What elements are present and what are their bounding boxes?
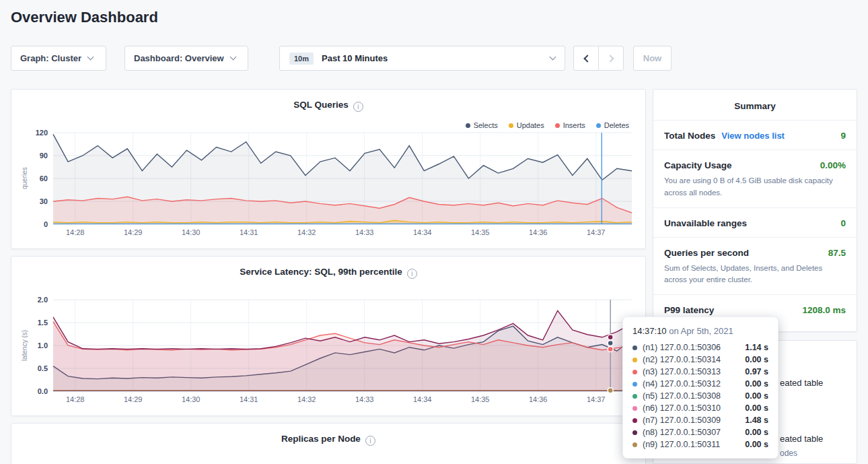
legend-item[interactable]: Updates [509,121,544,129]
chart-title-row: Replicas per Nodei [11,434,645,446]
y-tick-label: 2.0 [11,296,48,304]
node-address-label: (n1) 127.0.0.1:50306 [643,343,745,352]
x-tick-label: 14:30 [182,395,201,403]
graph-selector-dropdown[interactable]: Graph: Cluster [11,46,106,71]
tooltip-date: on Apr 5th, 2021 [669,326,733,336]
tooltip-row: (n4) 127.0.0.1:503120.00 s [632,378,768,390]
page-title: Overview Dashboard [11,9,158,26]
chevron-left-icon [583,55,591,62]
tooltip-row: (n9) 127.0.0.1:503110.00 s [632,438,768,451]
series-color-dot [632,382,637,387]
legend-color-dot [555,123,560,128]
event-item-text: eated table [780,378,823,388]
series-color-dot [632,394,637,399]
series-color-dot [632,442,637,447]
x-tick-label: 14:30 [182,228,201,236]
node-address-label: (n2) 127.0.0.1:50314 [643,355,745,364]
legend-item[interactable]: Selects [466,121,498,129]
summary-label: Unavailable ranges [664,218,747,228]
summary-value: 1208.0 ms [802,305,846,315]
series-color-dot [632,418,637,423]
legend-item[interactable]: Deletes [596,121,629,129]
event-item-text: odes [780,449,797,458]
x-tick-label: 14:36 [529,395,548,403]
chevron-right-icon [606,55,614,62]
x-tick-label: 14:35 [471,395,490,403]
summary-value: 9 [840,131,846,141]
info-icon[interactable]: i [353,102,363,112]
info-icon[interactable]: i [365,436,375,446]
y-tick-label: 90 [11,152,48,160]
chart-title: Replicas per Node [281,434,361,444]
tooltip-row: (n7) 127.0.0.1:503091.48 s [632,414,768,426]
x-tick-label: 14:34 [413,228,432,236]
series-color-dot [632,406,637,411]
summary-label: Queries per second [664,248,749,258]
legend-item[interactable]: Inserts [555,121,585,129]
view-nodes-list-link[interactable]: View nodes list [721,131,785,141]
node-latency-value: 0.00 s [745,379,768,389]
x-tick-label: 14:37 [587,228,606,236]
summary-row: Queries per second87.5Sum of Selects, Up… [653,237,857,295]
y-tick-label: 1.5 [11,319,48,327]
x-tick-label: 14:28 [66,228,85,236]
node-address-label: (n6) 127.0.0.1:50310 [643,403,745,413]
tooltip-row: (n5) 127.0.0.1:503080.00 s [632,390,768,402]
chart-title: SQL Queries [293,100,349,110]
x-tick-label: 14:29 [124,395,143,403]
y-tick-label: 0.0 [11,387,48,395]
node-address-label: (n4) 127.0.0.1:50312 [643,379,745,389]
chart-title-row: SQL Queriesi [11,100,645,112]
node-latency-value: 0.00 s [745,403,768,413]
summary-value: 0.00% [820,160,846,170]
y-tick-label: 1.0 [11,341,48,350]
node-latency-value: 0.00 s [745,391,768,401]
node-latency-value: 0.00 s [745,428,768,437]
now-button[interactable]: Now [633,46,672,71]
summary-row: Capacity Usage0.00%You are using 0 B of … [653,150,857,207]
node-latency-value: 0.97 s [745,367,768,376]
x-tick-label: 14:34 [413,395,432,403]
node-latency-value: 0.00 s [745,440,768,449]
chart-plot[interactable] [53,300,632,391]
tooltip-rows: (n1) 127.0.0.1:503061.14 s(n2) 127.0.0.1… [632,341,768,451]
chart-title-row: Service Latency: SQL, 99th percentilei [11,267,645,279]
x-tick-label: 14:33 [355,228,374,236]
chart-hover-tooltip: 14:37:10 on Apr 5th, 2021 (n1) 127.0.0.1… [622,317,779,459]
tooltip-row: (n1) 127.0.0.1:503061.14 s [632,341,768,354]
x-tick-label: 14:32 [297,395,316,403]
y-tick-label: 30 [11,197,48,205]
summary-row: Total NodesView nodes list9 [653,120,857,150]
summary-description: You are using 0 B of 4.5 GiB usable disk… [664,175,846,199]
node-address-label: (n9) 127.0.0.1:50311 [643,440,745,449]
legend-label: Selects [474,121,498,129]
y-tick-label: 0.5 [11,364,48,372]
legend-color-dot [466,123,470,128]
summary-row: Unavailable ranges0 [653,207,857,237]
time-range-picker[interactable]: 10m Past 10 Minutes [279,46,565,71]
summary-panel: Summary Total NodesView nodes list9Capac… [653,89,857,332]
summary-label: Total Nodes [664,131,715,141]
info-icon[interactable]: i [407,269,417,279]
node-latency-value: 1.48 s [745,416,768,425]
time-range-prev-button[interactable] [573,46,599,71]
node-address-label: (n8) 127.0.0.1:50307 [643,428,745,437]
tooltip-row: (n2) 127.0.0.1:503140.00 s [632,354,768,366]
node-address-label: (n7) 127.0.0.1:50309 [643,416,745,425]
service-latency-chart-card: Service Latency: SQL, 99th percentilei l… [11,256,646,416]
x-tick-label: 14:29 [124,228,143,236]
node-latency-value: 0.00 s [745,355,768,364]
series-color-dot [632,358,637,362]
time-range-next-button[interactable] [598,46,624,71]
y-tick-label: 120 [11,129,48,137]
x-tick-label: 14:36 [529,228,548,236]
summary-description: Sum of Selects, Updates, Inserts, and De… [664,263,846,287]
dashboard-selector-dropdown[interactable]: Dashboard: Overview [124,46,248,71]
tooltip-header: 14:37:10 on Apr 5th, 2021 [632,326,768,336]
x-tick-label: 14:31 [240,395,258,403]
legend-label: Deletes [604,121,629,129]
summary-label: P99 latency [664,305,714,315]
x-tick-label: 14:32 [297,228,316,236]
chart-plot[interactable] [53,133,632,224]
summary-label: Capacity Usage [664,160,732,170]
